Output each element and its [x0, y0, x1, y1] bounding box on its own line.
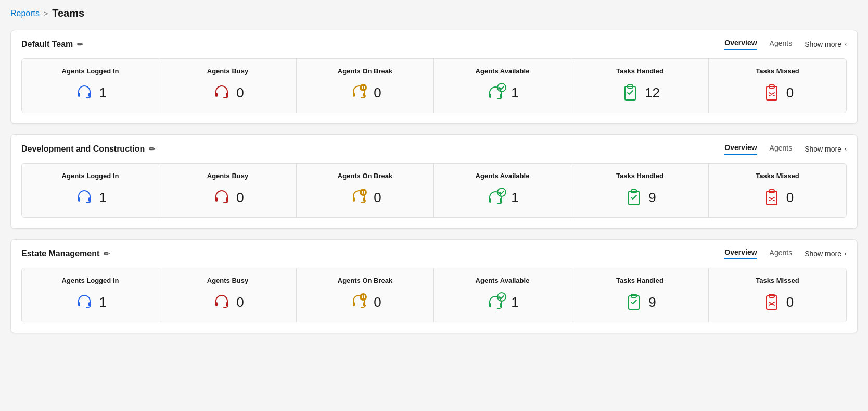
metric-value-row-0-3: 1	[486, 81, 518, 104]
page-container: Reports > Teams Default Team✏OverviewAge…	[0, 0, 868, 341]
metric-number-1-2: 0	[374, 190, 381, 206]
show-more-1[interactable]: Show more‹	[805, 145, 847, 153]
team-tabs-0: OverviewAgents	[724, 39, 792, 50]
svg-rect-4	[353, 93, 355, 97]
metric-icon-headset-green-check-1-3	[486, 186, 507, 209]
metric-value-row-0-0: 1	[74, 81, 106, 104]
metric-icon-clipboard-check-green-1-4	[623, 186, 644, 209]
metric-value-row-1-0: 1	[74, 186, 106, 209]
metric-cell-2-0: Agents Logged In 1	[22, 268, 159, 322]
metric-value-row-2-4: 9	[623, 291, 656, 314]
edit-icon-1[interactable]: ✏	[149, 145, 155, 153]
metric-label-0-4: Tasks Handled	[616, 67, 663, 75]
breadcrumb-reports-link[interactable]: Reports	[10, 9, 40, 18]
metric-number-1-3: 1	[511, 190, 518, 206]
metric-value-row-2-2: 0	[349, 291, 381, 314]
team-name-text-0: Default Team	[21, 40, 73, 49]
team-name-text-1: Development and Construction	[21, 144, 145, 154]
team-name-1: Development and Construction✏	[21, 144, 155, 154]
metric-icon-headset-blue-0-0	[74, 81, 95, 104]
teams-list: Default Team✏OverviewAgentsShow more‹Age…	[10, 30, 858, 333]
tab-agents-2[interactable]: Agents	[770, 248, 793, 259]
metric-icon-clipboard-check-green-0-4	[620, 81, 641, 104]
metric-number-1-5: 0	[786, 190, 794, 206]
metric-value-row-2-3: 1	[486, 291, 518, 314]
metric-number-0-1: 0	[236, 85, 244, 101]
show-more-0[interactable]: Show more‹	[805, 40, 847, 48]
metric-number-2-4: 9	[648, 294, 656, 310]
tab-overview-2[interactable]: Overview	[724, 248, 757, 259]
page-title: Teams	[52, 7, 84, 19]
metric-value-row-2-0: 1	[74, 291, 106, 314]
team-card-0: Default Team✏OverviewAgentsShow more‹Age…	[10, 30, 858, 124]
svg-rect-2	[215, 93, 218, 97]
metric-value-row-2-5: 0	[761, 291, 794, 314]
metric-label-2-2: Agents On Break	[338, 277, 392, 284]
metric-number-1-1: 0	[236, 190, 244, 206]
svg-rect-0	[78, 93, 80, 97]
metric-cell-1-3: Agents Available 1	[434, 164, 571, 217]
svg-rect-23	[362, 191, 363, 194]
metric-cell-0-3: Agents Available 1	[434, 59, 571, 113]
metric-value-row-1-4: 9	[623, 186, 656, 209]
metric-icon-headset-red-1-1	[211, 186, 232, 209]
metric-label-0-2: Agents On Break	[338, 67, 392, 75]
team-name-0: Default Team✏	[21, 40, 83, 49]
tab-overview-0[interactable]: Overview	[724, 39, 757, 50]
metric-cell-0-1: Agents Busy 0	[159, 59, 297, 113]
svg-rect-9	[489, 94, 491, 98]
show-more-label-1: Show more	[805, 145, 841, 153]
metric-cell-0-4: Tasks Handled 12	[571, 59, 709, 113]
team-card-2: Estate Management✏OverviewAgentsShow mor…	[10, 239, 858, 333]
metric-label-0-1: Agents Busy	[207, 67, 248, 75]
tab-overview-1[interactable]: Overview	[724, 143, 757, 155]
metric-value-row-1-5: 0	[761, 186, 794, 209]
svg-rect-40	[364, 295, 365, 298]
metrics-grid-0: Agents Logged In 1Agents Busy 0Agents On…	[21, 58, 847, 113]
show-more-label-2: Show more	[805, 250, 841, 258]
team-card-1: Development and Construction✏OverviewAge…	[10, 134, 858, 229]
team-name-2: Estate Management✏	[21, 249, 110, 258]
svg-rect-20	[353, 197, 355, 202]
metric-cell-0-0: Agents Logged In 1	[22, 59, 159, 113]
team-tabs-2: OverviewAgents	[724, 248, 792, 259]
team-header-1: Development and Construction✏OverviewAge…	[21, 143, 847, 155]
metric-label-0-3: Agents Available	[476, 67, 530, 75]
tab-agents-1[interactable]: Agents	[770, 144, 793, 154]
metric-value-row-0-2: 0	[349, 81, 381, 104]
metric-label-0-0: Agents Logged In	[62, 67, 119, 75]
chevron-left-icon-2: ‹	[845, 250, 847, 257]
svg-rect-25	[489, 198, 491, 203]
chevron-left-icon-1: ‹	[845, 145, 847, 153]
metric-number-2-3: 1	[511, 294, 518, 310]
metric-label-0-5: Tasks Missed	[756, 67, 799, 75]
metric-icon-clipboard-x-red-1-5	[761, 186, 782, 209]
metric-cell-0-2: Agents On Break 0	[297, 59, 434, 113]
metric-label-2-1: Agents Busy	[207, 277, 248, 284]
metric-icon-headset-yellow-pause-0-2	[349, 81, 369, 104]
svg-rect-16	[78, 197, 80, 202]
metric-icon-headset-red-2-1	[211, 291, 232, 314]
metric-cell-2-5: Tasks Missed 0	[709, 268, 846, 322]
breadcrumb: Reports > Teams	[10, 7, 858, 19]
edit-icon-0[interactable]: ✏	[77, 40, 83, 48]
team-name-text-2: Estate Management	[21, 249, 99, 258]
metric-label-1-0: Agents Logged In	[62, 172, 119, 180]
metric-label-1-1: Agents Busy	[207, 172, 248, 180]
edit-icon-2[interactable]: ✏	[104, 250, 110, 258]
svg-rect-24	[364, 191, 365, 194]
svg-rect-39	[362, 295, 363, 298]
tab-agents-0[interactable]: Agents	[770, 39, 793, 49]
metric-number-0-0: 1	[99, 85, 106, 101]
team-header-0: Default Team✏OverviewAgentsShow more‹	[21, 39, 847, 50]
metric-cell-2-2: Agents On Break 0	[297, 268, 434, 322]
metric-label-1-5: Tasks Missed	[756, 172, 799, 180]
svg-rect-7	[362, 86, 363, 89]
metric-cell-1-2: Agents On Break 0	[297, 164, 434, 217]
show-more-2[interactable]: Show more‹	[805, 250, 847, 258]
svg-rect-41	[489, 303, 491, 307]
metric-cell-1-4: Tasks Handled 9	[571, 164, 709, 217]
metric-label-1-2: Agents On Break	[338, 172, 392, 180]
metric-number-2-5: 0	[786, 294, 794, 310]
metric-label-2-3: Agents Available	[476, 277, 530, 284]
